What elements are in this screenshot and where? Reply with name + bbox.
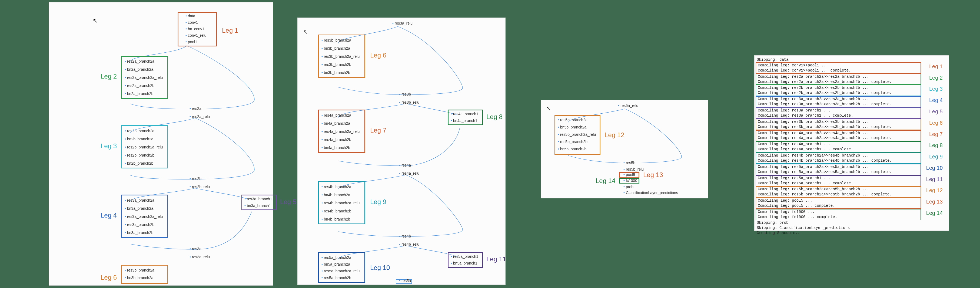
terminal-line: Compiling leg: res5a_branch1 ... complet… bbox=[756, 181, 921, 187]
terminal-line: Compiling leg: res3a_branch2a>>res3a_bra… bbox=[756, 96, 921, 102]
center-node: prob bbox=[624, 185, 633, 189]
center-node: res3b bbox=[399, 92, 411, 97]
node: res2b_branch2a_relu bbox=[125, 145, 163, 149]
node: res2b_branch2b bbox=[125, 153, 154, 157]
node: res2a_branch2a_relu bbox=[125, 75, 163, 80]
leg4-label: Leg 4 bbox=[100, 212, 117, 219]
leg14-label: Leg 14 bbox=[595, 177, 615, 185]
node: bn3b_branch2a bbox=[321, 46, 350, 51]
node: res5b_branch2b bbox=[558, 139, 587, 144]
terminal-line: Compiling leg: res3b_branch2a>>res3b_bra… bbox=[756, 124, 921, 130]
node: bn4a_branch2b bbox=[321, 146, 350, 150]
terminal-line: Compiling leg: conv1>>pool1 ... bbox=[756, 62, 921, 68]
leg1-label: Leg 1 bbox=[222, 27, 238, 34]
center-node: res5b_relu bbox=[624, 167, 644, 171]
node: bn_conv1 bbox=[185, 27, 204, 31]
leg5-label: Leg 5 bbox=[280, 198, 296, 206]
terminal-line: Compiling leg: conv1>>pool1 ... complete… bbox=[756, 68, 921, 74]
node: bn3b_branch2a bbox=[125, 275, 153, 280]
leg6-label: Leg 6 bbox=[370, 52, 386, 59]
terminal-line: Compiling leg: pool5 ... complete. bbox=[756, 203, 921, 209]
terminal-line: Compiling leg: res2a_branch2a>>res2a_bra… bbox=[756, 79, 921, 85]
leg8-label: Leg 8 bbox=[486, 113, 503, 121]
node: res4a_branch1 bbox=[451, 112, 478, 116]
node: res3b_branch2a bbox=[125, 268, 154, 272]
node: res3b_branch2b bbox=[321, 62, 351, 66]
node: bn3a_branch2b bbox=[125, 231, 153, 235]
node: res3b_branch2a_relu bbox=[321, 54, 360, 59]
terminal-line: Compiling leg: res5a_branch2a>>res5a_bra… bbox=[756, 169, 921, 175]
terminal-line: Compiling leg: fc1000 ... complete. bbox=[756, 215, 921, 220]
node: bn3a_branch2a bbox=[125, 206, 153, 210]
center-node: res3a bbox=[189, 247, 201, 251]
node: res5a_branch2a bbox=[321, 255, 351, 260]
cursor-icon: ↖ bbox=[303, 28, 308, 36]
terminal-line: Compiling leg: res5b_branch2a>>res5b_bra… bbox=[756, 186, 921, 192]
center-node: ClassificationLayer_predictions bbox=[624, 191, 678, 195]
cursor-icon: ↖ bbox=[93, 17, 98, 24]
terminal-line: Compiling leg: res2a_branch2a>>res2a_bra… bbox=[756, 74, 921, 79]
node: res4a_branch2b bbox=[321, 138, 351, 142]
node: fc1000 bbox=[624, 179, 637, 183]
node: res4a_branch2a bbox=[321, 113, 351, 117]
node: conv1_relu bbox=[185, 33, 206, 38]
node: bn5b_branch2b bbox=[558, 147, 586, 151]
node: res3a_branch2a_relu bbox=[125, 214, 163, 218]
center-node: res2a_relu bbox=[189, 114, 210, 119]
node: res2a_branch2b bbox=[125, 84, 154, 88]
node: res4b_branch2a bbox=[321, 185, 351, 189]
node: res3b_branch2a bbox=[321, 38, 351, 43]
cursor-icon: ↖ bbox=[546, 105, 551, 112]
terminal-line: Compiling leg: res3a_branch1 ... complet… bbox=[756, 113, 921, 119]
node: res4b_branch2a_relu bbox=[321, 201, 360, 205]
terminal-line: Compiling leg: res3a_branch2a>>res3a_bra… bbox=[756, 102, 921, 108]
terminal-line: Compiling leg: pool5 ... bbox=[756, 198, 921, 203]
node: bn5a_branch2a bbox=[321, 262, 350, 266]
terminal-line: Compiling leg: res4a_branch2a>>res4a_bra… bbox=[756, 136, 921, 141]
terminal-line: Compiling leg: res5a_branch2a>>res5a_bra… bbox=[756, 164, 921, 169]
terminal-line: Compiling leg: res2b_branch2a>>res2b_bra… bbox=[756, 85, 921, 90]
center-node: res2b bbox=[189, 177, 201, 181]
node: res3a_branch2b bbox=[125, 222, 154, 227]
leg9-label: Leg 9 bbox=[370, 198, 386, 206]
center-node: res4b bbox=[399, 234, 411, 238]
leg12-label: Leg 12 bbox=[605, 131, 624, 139]
node: res3a_branch2a bbox=[125, 198, 154, 203]
terminal-line: Compiling leg: res4a_branch1 ... bbox=[756, 141, 921, 147]
node: res3a_branch1 bbox=[244, 197, 272, 201]
center-node: res5a bbox=[399, 279, 411, 283]
terminal-line: Skipping: data bbox=[755, 57, 948, 62]
center-node: res4a bbox=[399, 163, 411, 167]
node: res5b_branch2a_relu bbox=[558, 132, 596, 136]
node: res5a_branch2a_relu bbox=[321, 269, 360, 273]
leg6-box bbox=[121, 265, 168, 284]
node: bn3a_branch1 bbox=[244, 204, 271, 208]
center-node: res4a_relu bbox=[399, 171, 419, 176]
center-node: res4b_relu bbox=[399, 242, 419, 247]
terminal-line: Compiling leg: res2b_branch2a>>res2b_bra… bbox=[756, 90, 921, 96]
terminal-line: Compiling leg: res4a_branch1 ... complet… bbox=[756, 147, 921, 152]
node: bn4a_branch1 bbox=[451, 119, 477, 123]
center-node: res2b_relu bbox=[189, 185, 210, 189]
node: res4a_branch2a_relu bbox=[321, 129, 360, 134]
node: bn5a_branch1 bbox=[451, 261, 477, 265]
center-node: res3a_relu bbox=[392, 21, 412, 25]
node: bn4b_branch2a bbox=[321, 193, 350, 197]
leg7-label: Leg 7 bbox=[370, 127, 386, 134]
center-node: res2a bbox=[189, 106, 201, 111]
terminal-line: Compiling leg: res3a_branch1 ... bbox=[756, 108, 921, 113]
center-node: res3b_relu bbox=[399, 100, 419, 104]
leg2-label: Leg 2 bbox=[100, 73, 117, 80]
node: bn4b_branch2b bbox=[321, 217, 350, 222]
terminal-line: Compiling leg: res5a_branch1 ... bbox=[756, 175, 921, 181]
center-node: res5a_relu bbox=[618, 103, 638, 108]
terminal-panel: Skipping: dataLeg 1Compiling leg: conv1>… bbox=[754, 55, 949, 231]
node: bn3b_branch2b bbox=[321, 70, 350, 75]
leg6-label: Leg 6 bbox=[100, 274, 117, 281]
node: res2a_branch2a bbox=[125, 59, 154, 63]
node: bn2b_branch2a bbox=[125, 137, 153, 141]
diagram-panel-3: ↖ res5a_relu Leg 12 res5b_branch2a bn5b_… bbox=[541, 100, 708, 198]
terminal-output: Skipping: dataLeg 1Compiling leg: conv1>… bbox=[755, 57, 948, 236]
terminal-line: Compiling leg: fc1000 ... bbox=[756, 209, 921, 215]
node: pool5 bbox=[624, 172, 635, 177]
